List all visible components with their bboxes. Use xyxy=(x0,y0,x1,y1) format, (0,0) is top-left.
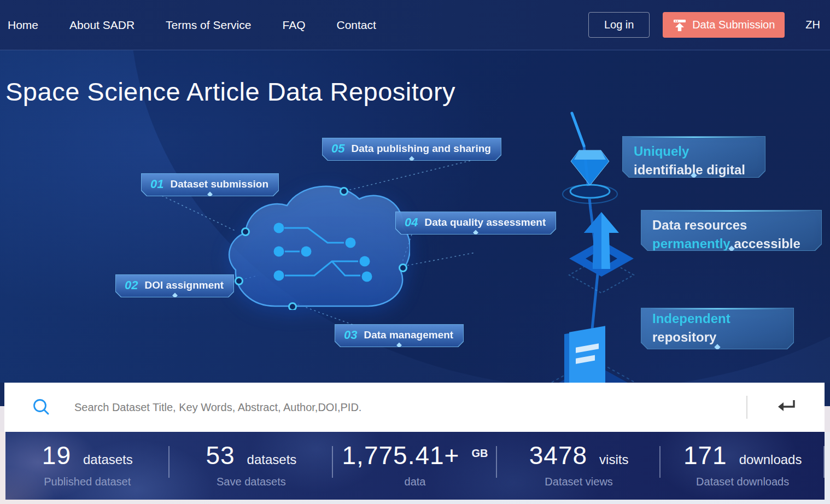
data-submission-label: Data Submission xyxy=(692,19,775,31)
feature-text: Independent repository xyxy=(652,309,785,347)
step-number: 03 xyxy=(344,328,357,342)
stat-value: 3478 xyxy=(529,441,587,470)
stat-label: Published dataset xyxy=(44,476,131,488)
stat-unit: GB xyxy=(471,447,488,460)
stat-label: data xyxy=(405,476,426,488)
feature-independent-repository: Independent repository xyxy=(641,308,794,349)
data-submission-button[interactable]: Data Submission xyxy=(663,12,785,38)
step-badge-04: 04 Data quality assessment xyxy=(395,212,556,235)
feature-text-highlight: Uniquely xyxy=(634,144,689,159)
search-bar xyxy=(4,383,825,432)
stat-value: 1,775.41+ xyxy=(342,441,460,470)
nav-item-terms-of-service[interactable]: Terms of Service xyxy=(166,19,251,32)
search-section xyxy=(0,383,830,432)
stat-label: Save datasets xyxy=(217,476,286,488)
nav-links: Home About SADR Terms of Service FAQ Con… xyxy=(8,19,376,32)
page: Home About SADR Terms of Service FAQ Con… xyxy=(0,0,830,504)
login-button[interactable]: Log in xyxy=(588,12,650,38)
feature-text: identifiable digital object xyxy=(634,162,745,196)
feature-text-highlight: permanently xyxy=(652,236,730,251)
stat-value: 171 xyxy=(683,441,727,470)
enter-key-icon[interactable] xyxy=(776,398,797,415)
stat-unit: datasets xyxy=(247,452,297,467)
step-label: Dataset submission xyxy=(170,178,268,190)
step-badge-02: 02 DOI assignment xyxy=(115,274,234,297)
feature-text: Data resources xyxy=(652,218,747,232)
step-label: DOI assignment xyxy=(144,279,224,291)
stat-value: 53 xyxy=(206,441,235,470)
search-input[interactable] xyxy=(74,394,736,421)
step-badge-01: 01 Dataset submission xyxy=(141,173,279,196)
stat-unit: visits xyxy=(599,452,628,467)
search-divider xyxy=(746,396,747,419)
step-label: Data quality assessment xyxy=(424,216,546,228)
search-icon[interactable] xyxy=(32,397,51,417)
page-title: Space Science Article Data Repository xyxy=(5,77,455,107)
stat-label: Dataset views xyxy=(545,476,613,488)
feature-text: repository xyxy=(652,330,716,344)
upload-icon xyxy=(673,18,687,32)
nav-item-home[interactable]: Home xyxy=(8,19,38,32)
stat-dataset-downloads: 171 downloads Dataset downloads xyxy=(661,432,825,500)
stat-unit: downloads xyxy=(739,452,802,467)
step-number: 04 xyxy=(405,215,418,230)
statistics-bar: 19 datasets Published dataset 53 dataset… xyxy=(5,432,825,500)
nav-actions: Log in Data Submission ZH xyxy=(588,12,820,38)
step-label: Data publishing and sharing xyxy=(351,143,490,155)
step-label: Data management xyxy=(364,329,453,341)
step-number: 01 xyxy=(150,177,163,191)
language-toggle[interactable]: ZH xyxy=(805,19,820,31)
top-navigation: Home About SADR Terms of Service FAQ Con… xyxy=(0,0,830,50)
stat-value: 19 xyxy=(42,441,71,470)
step-badge-05: 05 Data publishing and sharing xyxy=(322,138,501,161)
diamond-icon xyxy=(559,135,622,217)
stat-dataset-views: 3478 visits Dataset views xyxy=(497,432,661,500)
permanent-access-icon xyxy=(566,204,637,306)
step-number: 05 xyxy=(331,142,344,156)
stat-data-volume: 1,775.41+ GB data xyxy=(333,432,497,500)
stat-label: Dataset downloads xyxy=(696,476,789,488)
nav-item-contact[interactable]: Contact xyxy=(336,19,376,32)
step-badge-03: 03 Data management xyxy=(335,324,464,347)
nav-item-about-sadr[interactable]: About SADR xyxy=(69,19,135,32)
stat-saved-datasets: 53 datasets Save datasets xyxy=(169,432,334,500)
stat-unit: datasets xyxy=(83,452,133,467)
nav-item-faq[interactable]: FAQ xyxy=(282,19,305,32)
step-number: 02 xyxy=(125,278,138,292)
stat-published-datasets: 19 datasets Published dataset xyxy=(5,432,169,500)
repository-icon xyxy=(547,283,640,383)
cloud-illustration xyxy=(227,181,410,310)
feature-text-highlight: Independent xyxy=(652,311,730,326)
feature-unique-identifier: Uniquely identifiable digital object xyxy=(622,136,765,178)
feature-text: accessible xyxy=(730,236,800,251)
hero-banner: Space Science Article Data Repository xyxy=(0,50,830,383)
feature-permanently-accessible: Data resources permanently accessible xyxy=(641,210,822,251)
